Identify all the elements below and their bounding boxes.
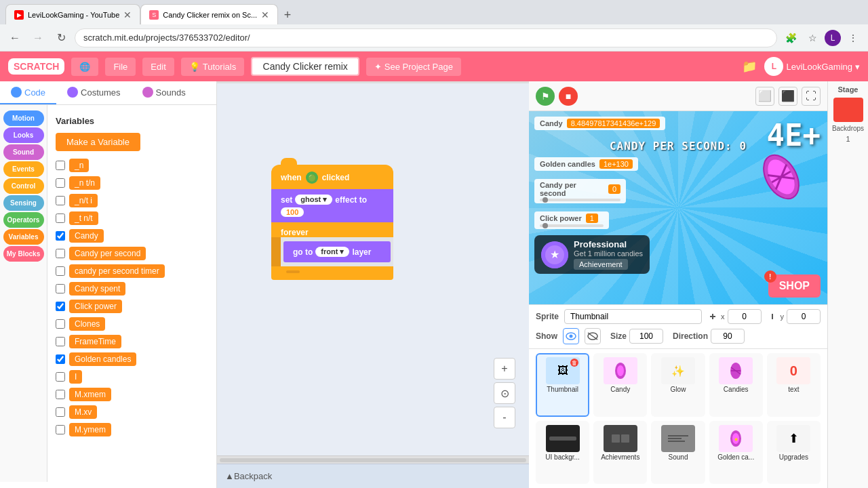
tab-code[interactable]: Code <box>0 81 56 104</box>
cat-operators[interactable]: Operators <box>3 212 44 228</box>
var-checkbox-mxv[interactable] <box>56 407 65 417</box>
x-coord-input[interactable] <box>728 309 762 324</box>
new-tab-button[interactable]: + <box>278 5 297 24</box>
cat-control[interactable]: Control <box>3 178 44 194</box>
var-checkbox-frametime[interactable] <box>56 337 65 346</box>
var-checkbox-cpstimer[interactable] <box>56 266 65 276</box>
browser-tab-youtube[interactable]: ▶ LeviLookGaming - YouTube ✕ <box>5 4 140 24</box>
var-block-goldencandles[interactable]: Golden candles <box>69 352 136 366</box>
backpack-bar[interactable]: ▲ Backpack <box>217 464 529 488</box>
game-canvas[interactable]: Candy 8.48497817341436e+129 CANDY PER SE… <box>529 111 827 304</box>
var-checkbox-nvti[interactable] <box>56 196 65 205</box>
sprite-thumbnail-upgrades[interactable]: ⬆ Upgrades <box>767 421 821 485</box>
sprite-thumbnail-ui-bg[interactable]: UI backgr... <box>536 421 589 485</box>
sprite-thumbnail-candies[interactable]: Candies <box>709 353 763 417</box>
var-block-n[interactable]: _n <box>69 159 89 172</box>
cat-looks[interactable]: Looks <box>3 127 44 143</box>
bookmark-icon[interactable]: ☆ <box>803 28 822 47</box>
red-stop-button[interactable]: ■ <box>559 87 578 106</box>
zoom-in-button[interactable]: + <box>494 358 515 380</box>
var-block-cps[interactable]: Candy per second <box>69 247 146 260</box>
sprite-thumbnail-thumbnail[interactable]: 🖼 🗑 Thumbnail <box>536 353 589 417</box>
browser-tab-scratch[interactable]: S Candy Clicker remix on Sc... ✕ <box>140 4 278 24</box>
sprite-thumbnail-achievements[interactable]: Achievments <box>593 421 647 485</box>
back-button[interactable]: ← <box>5 28 24 47</box>
fullscreen-button[interactable]: ⛶ <box>802 87 821 106</box>
var-block-cpstimer[interactable]: candy per second timer <box>69 264 165 278</box>
effect-value[interactable]: 100 <box>281 207 304 217</box>
var-block-mxv[interactable]: M.xv <box>69 405 97 419</box>
cat-myblocks[interactable]: My Blocks <box>3 246 44 262</box>
front-dropdown[interactable]: front ▾ <box>315 247 349 257</box>
edit-menu[interactable]: Edit <box>142 58 174 76</box>
make-variable-button[interactable]: Make a Variable <box>56 133 140 151</box>
var-checkbox-cps[interactable] <box>56 249 65 258</box>
user-menu[interactable]: L LeviLookGaming ▾ <box>764 57 860 76</box>
stage-thumbnail[interactable] <box>833 98 863 122</box>
tab-costumes[interactable]: Costumes <box>56 81 132 104</box>
sprite-thumbnail-candy[interactable]: Candy <box>593 353 647 417</box>
var-block-mymem[interactable]: M.ymem <box>69 423 111 436</box>
cat-sound[interactable]: Sound <box>3 144 44 160</box>
var-block-clickpower[interactable]: Click power <box>69 300 122 313</box>
zoom-fit-button[interactable]: ⊙ <box>494 382 515 404</box>
var-block-nvti[interactable]: _n/t i <box>69 194 98 207</box>
sprite-thumbnail-glow[interactable]: ✨ Glow <box>651 353 705 417</box>
green-flag-button[interactable]: ⚑ <box>536 87 555 106</box>
var-checkbox-tnvt[interactable] <box>56 214 65 223</box>
var-checkbox-i[interactable] <box>56 372 65 382</box>
show-visible-button[interactable] <box>563 328 579 344</box>
file-menu[interactable]: File <box>105 58 136 76</box>
var-checkbox-n[interactable] <box>56 161 65 170</box>
cat-motion[interactable]: Motion <box>3 110 44 126</box>
var-checkbox-mymem[interactable] <box>56 425 65 434</box>
canvas-workspace[interactable]: when 🟢 clicked set ghost ▾ effect to 1 <box>217 83 529 455</box>
sprite-name-input[interactable] <box>564 309 702 324</box>
var-block-i[interactable]: I <box>69 370 82 384</box>
ghost-dropdown[interactable]: ghost ▾ <box>295 195 332 205</box>
var-checkbox-goldencandles[interactable] <box>56 354 65 364</box>
profile-icon[interactable]: L <box>825 30 841 46</box>
globe-button[interactable]: 🌐 <box>71 58 98 76</box>
var-checkbox-ntn[interactable] <box>56 178 65 188</box>
youtube-tab-close[interactable]: ✕ <box>123 9 132 20</box>
var-block-frametime[interactable]: FrameTime <box>69 335 121 348</box>
see-project-button[interactable]: ✦ See Project Page <box>366 58 461 76</box>
refresh-button[interactable]: ↻ <box>52 28 71 47</box>
var-block-clones[interactable]: Clones <box>69 317 105 331</box>
var-checkbox-mxmem[interactable] <box>56 390 65 399</box>
extensions-icon[interactable]: 🧩 <box>781 28 800 47</box>
var-block-mxmem[interactable]: M.xmem <box>69 388 111 401</box>
address-bar[interactable]: scratch.mit.edu/projects/376533702/edito… <box>75 28 777 47</box>
var-block-ntn[interactable]: _n t/n <box>69 176 100 190</box>
sprite-thumbnail-golden[interactable]: ★ Golden ca... <box>709 421 763 485</box>
var-checkbox-candyspent[interactable] <box>56 284 65 293</box>
cat-variables[interactable]: Variables <box>3 229 44 245</box>
var-checkbox-clones[interactable] <box>56 319 65 329</box>
var-block-tnvt[interactable]: _t n/t <box>69 211 98 225</box>
folder-icon[interactable]: 📁 <box>740 57 759 76</box>
var-checkbox-clickpower[interactable] <box>56 302 65 311</box>
cat-sensing[interactable]: Sensing <box>3 195 44 211</box>
direction-input[interactable] <box>711 329 745 344</box>
scratch-tab-close[interactable]: ✕ <box>261 9 269 20</box>
project-title-input[interactable]: Candy Clicker remix <box>251 57 359 76</box>
tutorials-menu[interactable]: 💡 Tutorials <box>181 58 244 76</box>
var-checkbox-candy[interactable] <box>56 231 65 241</box>
show-hidden-button[interactable] <box>585 328 601 344</box>
scrollbar-thumb[interactable] <box>220 458 526 462</box>
tab-sounds[interactable]: Sounds <box>132 81 197 104</box>
forward-button[interactable]: → <box>28 28 47 47</box>
shop-button[interactable]: ! SHOP <box>768 274 821 298</box>
var-block-candyspent[interactable]: Candy spent <box>69 282 125 296</box>
small-stage-button[interactable]: ⬜ <box>755 87 774 106</box>
sprite-thumbnail-text[interactable]: 0 text <box>767 353 821 417</box>
size-input[interactable] <box>629 329 663 344</box>
cat-events[interactable]: Events <box>3 161 44 177</box>
horizontal-scrollbar[interactable] <box>217 455 529 464</box>
var-block-candy[interactable]: Candy <box>69 229 104 243</box>
zoom-out-button[interactable]: - <box>494 407 515 428</box>
large-stage-button[interactable]: ⬛ <box>778 87 797 106</box>
menu-icon[interactable]: ⋮ <box>844 28 863 47</box>
sprite-thumbnail-sound[interactable]: Sound <box>651 421 705 485</box>
